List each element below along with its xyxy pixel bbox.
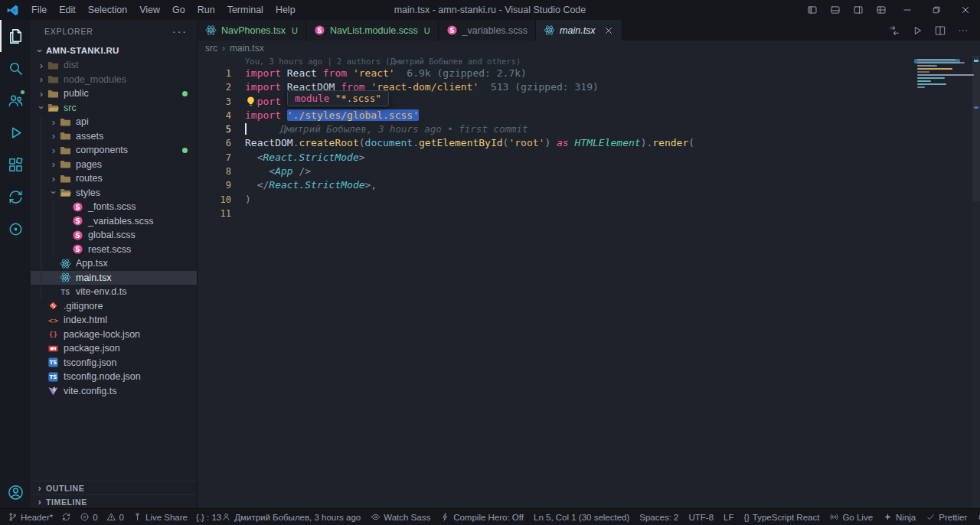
tree-item--fonts-scss[interactable]: S_fonts.scss xyxy=(31,200,197,214)
tree-item-tsconfig-json[interactable]: TStsconfig.json xyxy=(31,356,197,370)
menu-edit[interactable]: Edit xyxy=(53,0,82,20)
status-indentation[interactable]: Spaces: 2 xyxy=(639,513,678,522)
menu-selection[interactable]: Selection xyxy=(82,0,133,20)
code-line-11[interactable]: 11 xyxy=(198,207,980,220)
activity-live-share[interactable] xyxy=(0,213,31,245)
status-ninja[interactable]: Ninja xyxy=(883,512,916,522)
tree-item-node-modules[interactable]: ›node_modules xyxy=(31,73,197,87)
status-sync-changes[interactable] xyxy=(61,512,71,522)
tree-item-assets[interactable]: ›assets xyxy=(31,129,197,144)
close-tab-icon[interactable] xyxy=(603,25,614,36)
bell-icon xyxy=(977,512,980,522)
status-language-mode[interactable]: {}TypeScript React xyxy=(743,513,819,522)
code-line-1[interactable]: 1import React from 'react' 6.9k (gzipped… xyxy=(198,67,980,80)
indent-guide xyxy=(53,200,54,214)
tree-item-package-lock-json[interactable]: {}package-lock.json xyxy=(31,328,197,342)
tree-item-pages[interactable]: ›pages xyxy=(31,158,197,172)
outline-section[interactable]: › OUTLINE xyxy=(31,481,197,494)
code-line-9[interactable]: 9 </React.StrictMode>, xyxy=(198,178,980,192)
code-line-7[interactable]: 7 <React.StrictMode> xyxy=(198,151,980,165)
toggle-secondary-sidebar-icon[interactable] xyxy=(847,0,870,20)
split-editor-icon[interactable] xyxy=(934,24,946,37)
status-prettier[interactable]: Prettier xyxy=(926,512,967,522)
code-line-6[interactable]: 6ReactDOM.createRoot(document.getElement… xyxy=(198,136,980,150)
tab-main-tsx[interactable]: main.tsx xyxy=(536,20,622,41)
close-icon[interactable] xyxy=(951,0,980,20)
folderOpen-icon xyxy=(60,187,71,198)
tab-navphones-tsx[interactable]: NavPhones.tsxU xyxy=(198,20,306,41)
tree-item-styles[interactable]: ›styles xyxy=(31,186,197,201)
tree-item-vite-env-d-ts[interactable]: TSvite-env.d.ts xyxy=(31,285,197,299)
menu-go[interactable]: Go xyxy=(166,0,191,20)
tree-item-package-json[interactable]: package.json xyxy=(31,341,197,356)
scrollbar[interactable] xyxy=(972,56,980,508)
ninja-icon xyxy=(883,512,893,522)
restore-icon[interactable] xyxy=(922,0,951,20)
tree-item-routes[interactable]: ›routes xyxy=(31,171,197,186)
tree-item-global-scss[interactable]: Sglobal.scss xyxy=(31,228,197,243)
status-encoding[interactable]: UTF-8 xyxy=(688,513,714,522)
menu-run[interactable]: Run xyxy=(191,0,221,20)
minimap[interactable] xyxy=(913,57,972,88)
tab--variables-scss[interactable]: S_variables.scss xyxy=(439,20,536,41)
toggle-panel-icon[interactable] xyxy=(824,0,847,20)
status-go-live[interactable]: Go Live xyxy=(829,512,873,522)
activity-explorer[interactable] xyxy=(0,20,31,52)
run-file-icon[interactable] xyxy=(911,24,923,37)
status-errors[interactable]: 0 xyxy=(80,512,97,522)
tree-item--variables-scss[interactable]: S_variables.scss xyxy=(31,214,197,229)
tree-item-reset-scss[interactable]: Sreset.scss xyxy=(31,243,197,257)
activity-extensions[interactable] xyxy=(0,148,31,181)
tree-item-api[interactable]: ›api xyxy=(31,115,197,129)
code-line-5[interactable]: 5Дмитрий Бобылев, 3 hours ago • first co… xyxy=(198,122,980,136)
breadcrumb-main-tsx[interactable]: main.tsx xyxy=(230,43,264,54)
activity-search[interactable] xyxy=(0,52,31,84)
code-line-8[interactable]: 8 <App /> xyxy=(198,165,980,178)
menu-file[interactable]: File xyxy=(25,0,53,20)
tree-item-tsconfig-node-json[interactable]: TStsconfig.node.json xyxy=(31,370,197,384)
tree-item--gitignore[interactable]: .gitignore xyxy=(31,299,197,314)
menu-terminal[interactable]: Terminal xyxy=(221,0,270,20)
scrollbar-thumb[interactable] xyxy=(972,56,980,201)
more-actions-icon[interactable] xyxy=(957,24,969,37)
activity-run-debug[interactable] xyxy=(0,116,31,148)
toggle-primary-sidebar-icon[interactable] xyxy=(801,0,824,20)
activity-remote-sync[interactable] xyxy=(0,181,31,213)
tree-item-index-html[interactable]: <>index.html xyxy=(31,313,197,328)
code-area[interactable]: You, 3 hours ago | 2 authors (Дмитрий Бо… xyxy=(198,56,980,220)
tree-item-main-tsx[interactable]: main.tsx xyxy=(31,271,197,285)
status-git-blame[interactable]: Дмитрий Бобылев, 3 hours ago xyxy=(221,512,361,522)
tree-item-vite-config-ts[interactable]: vite.config.ts xyxy=(31,384,197,399)
breadcrumb-src[interactable]: src xyxy=(205,43,217,54)
open-changes-icon[interactable] xyxy=(888,24,900,37)
code-token xyxy=(245,165,269,177)
status-warnings[interactable]: 0 xyxy=(106,512,124,522)
explorer-more-icon[interactable]: ··· xyxy=(172,25,188,38)
tree-root-folder[interactable]: › AMN-STANKI.RU xyxy=(31,43,197,58)
lightbulb-icon[interactable] xyxy=(245,96,256,107)
customize-layout-icon[interactable] xyxy=(870,0,893,20)
minimize-icon[interactable] xyxy=(893,0,922,20)
codelens-annotation[interactable]: You, 3 hours ago | 2 authors (Дмитрий Бо… xyxy=(245,56,980,67)
tree-item-app-tsx[interactable]: App.tsx xyxy=(31,256,197,271)
tree-item-public[interactable]: ›public xyxy=(31,86,197,101)
tree-item-dist[interactable]: ›dist xyxy=(31,58,197,73)
status-live-share[interactable]: Live Share xyxy=(132,512,188,522)
tab-navlist-module-scss[interactable]: SNavList.module.scssU xyxy=(306,20,439,41)
menu-view[interactable]: View xyxy=(133,0,166,20)
status-compile-hero[interactable]: Compile Hero: Off xyxy=(440,512,524,522)
menu-help[interactable]: Help xyxy=(270,0,302,20)
code-line-4[interactable]: 4import './styles/global.scss' xyxy=(198,109,980,122)
tree-item-components[interactable]: ›components xyxy=(31,143,197,158)
status-watch-sass[interactable]: Watch Sass xyxy=(371,512,430,522)
status-notifications[interactable] xyxy=(977,512,980,522)
status-eol[interactable]: LF xyxy=(724,513,733,522)
tree-item-src[interactable]: ›src xyxy=(31,101,197,116)
status-bracket-count[interactable]: {.} : 13 xyxy=(196,513,221,522)
status-cursor-position[interactable]: Ln 5, Col 1 (30 selected) xyxy=(534,513,629,522)
code-line-10[interactable]: 10) xyxy=(198,193,980,207)
timeline-section[interactable]: › TIMELINE xyxy=(31,494,197,508)
activity-accounts[interactable] xyxy=(0,84,31,116)
activity-account[interactable] xyxy=(0,476,31,508)
status-git-branch[interactable]: Header* xyxy=(8,512,53,522)
